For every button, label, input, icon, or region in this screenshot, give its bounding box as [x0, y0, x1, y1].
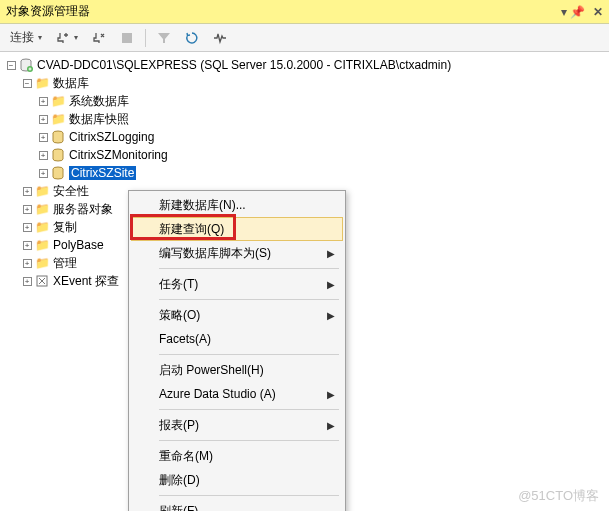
- expander-icon[interactable]: +: [23, 259, 32, 268]
- submenu-arrow-icon: ▶: [327, 389, 335, 400]
- submenu-arrow-icon: ▶: [327, 248, 335, 259]
- db-node-site[interactable]: + CitrixSZSite: [4, 164, 609, 182]
- node-label: 服务器对象: [53, 201, 113, 218]
- context-menu-item-label: 任务(T): [159, 276, 198, 293]
- pin-icon[interactable]: ▾ 📌: [561, 5, 585, 19]
- filter-button: [151, 28, 177, 48]
- context-menu-item[interactable]: Azure Data Studio (A)▶: [131, 382, 343, 406]
- expander-icon[interactable]: −: [7, 61, 16, 70]
- context-menu-separator: [159, 495, 339, 496]
- context-menu-item-label: 重命名(M): [159, 448, 213, 465]
- context-menu-item[interactable]: 重命名(M): [131, 444, 343, 468]
- context-menu-item[interactable]: 刷新(F): [131, 499, 343, 511]
- expander-icon[interactable]: +: [23, 205, 32, 214]
- context-menu-separator: [159, 409, 339, 410]
- context-menu-item-label: 刷新(F): [159, 503, 198, 512]
- folder-icon: 📁: [34, 183, 50, 199]
- folder-icon: 📁: [34, 201, 50, 217]
- context-menu-item[interactable]: Facets(A): [131, 327, 343, 351]
- expander-icon[interactable]: +: [23, 241, 32, 250]
- stop-icon: [120, 31, 134, 45]
- plug-remove-icon: [92, 31, 106, 45]
- context-menu: 新建数据库(N)...新建查询(Q)编写数据库脚本为(S)▶任务(T)▶策略(O…: [128, 190, 346, 511]
- svg-rect-0: [122, 33, 132, 43]
- context-menu-item[interactable]: 新建查询(Q): [131, 217, 343, 241]
- expander-icon[interactable]: +: [23, 223, 32, 232]
- folder-icon: 📁: [34, 255, 50, 271]
- expander-icon[interactable]: +: [23, 277, 32, 286]
- refresh-button[interactable]: [179, 28, 205, 48]
- context-menu-separator: [159, 299, 339, 300]
- node-label: 系统数据库: [69, 93, 129, 110]
- context-menu-item-label: 策略(O): [159, 307, 200, 324]
- xevent-icon: [34, 273, 50, 289]
- database-icon: [50, 147, 66, 163]
- expander-icon[interactable]: −: [23, 79, 32, 88]
- expander-icon[interactable]: +: [39, 169, 48, 178]
- context-menu-item[interactable]: 启动 PowerShell(H): [131, 358, 343, 382]
- connect-button[interactable]: 连接 ▾: [4, 26, 48, 49]
- context-menu-item[interactable]: 任务(T)▶: [131, 272, 343, 296]
- node-label: 管理: [53, 255, 77, 272]
- activity-button[interactable]: [207, 28, 233, 48]
- context-menu-item[interactable]: 策略(O)▶: [131, 303, 343, 327]
- sys-databases-node[interactable]: + 📁 系统数据库: [4, 92, 609, 110]
- context-menu-item-label: 报表(P): [159, 417, 199, 434]
- expander-icon[interactable]: +: [39, 133, 48, 142]
- context-menu-separator: [159, 440, 339, 441]
- node-label-selected: CitrixSZSite: [69, 166, 136, 180]
- context-menu-item[interactable]: 删除(D): [131, 468, 343, 492]
- connect-label: 连接: [10, 29, 34, 46]
- connect-add-button[interactable]: ▾: [50, 28, 84, 48]
- folder-icon: 📁: [34, 237, 50, 253]
- dropdown-arrow-icon: ▾: [38, 33, 42, 42]
- context-menu-item-label: 编写数据库脚本为(S): [159, 245, 271, 262]
- titlebar: 对象资源管理器 ▾ 📌 ✕: [0, 0, 609, 24]
- expander-icon[interactable]: +: [39, 115, 48, 124]
- context-menu-separator: [159, 268, 339, 269]
- node-label: CitrixSZLogging: [69, 130, 154, 144]
- toolbar: 连接 ▾ ▾: [0, 24, 609, 52]
- server-icon: [18, 57, 34, 73]
- folder-icon: 📁: [34, 75, 50, 91]
- node-label: 复制: [53, 219, 77, 236]
- submenu-arrow-icon: ▶: [327, 279, 335, 290]
- toolbar-separator: [145, 29, 146, 47]
- expander-icon[interactable]: +: [39, 151, 48, 160]
- filter-icon: [157, 31, 171, 45]
- dropdown-arrow-icon: ▾: [74, 33, 78, 42]
- server-node[interactable]: − CVAD-DDC01\SQLEXPRESS (SQL Server 15.0…: [4, 56, 609, 74]
- node-label: 数据库: [53, 75, 89, 92]
- context-menu-item-label: 删除(D): [159, 472, 200, 489]
- folder-icon: 📁: [50, 111, 66, 127]
- context-menu-item-label: Facets(A): [159, 332, 211, 346]
- node-label: PolyBase: [53, 238, 104, 252]
- server-label: CVAD-DDC01\SQLEXPRESS (SQL Server 15.0.2…: [37, 58, 451, 72]
- databases-node[interactable]: − 📁 数据库: [4, 74, 609, 92]
- close-icon[interactable]: ✕: [593, 5, 603, 19]
- db-node-monitoring[interactable]: + CitrixSZMonitoring: [4, 146, 609, 164]
- window-title: 对象资源管理器: [6, 3, 90, 20]
- context-menu-item-label: 新建数据库(N)...: [159, 197, 246, 214]
- submenu-arrow-icon: ▶: [327, 310, 335, 321]
- context-menu-item[interactable]: 新建数据库(N)...: [131, 193, 343, 217]
- expander-icon[interactable]: +: [39, 97, 48, 106]
- folder-icon: 📁: [34, 219, 50, 235]
- context-menu-item-label: 启动 PowerShell(H): [159, 362, 264, 379]
- submenu-arrow-icon: ▶: [327, 420, 335, 431]
- disconnect-button[interactable]: [86, 28, 112, 48]
- stop-button: [114, 28, 140, 48]
- context-menu-item-label: 新建查询(Q): [159, 221, 224, 238]
- context-menu-separator: [159, 354, 339, 355]
- watermark: @51CTO博客: [518, 487, 599, 505]
- snapshots-node[interactable]: + 📁 数据库快照: [4, 110, 609, 128]
- database-icon: [50, 129, 66, 145]
- node-label: 数据库快照: [69, 111, 129, 128]
- node-label: CitrixSZMonitoring: [69, 148, 168, 162]
- node-label: 安全性: [53, 183, 89, 200]
- expander-icon[interactable]: +: [23, 187, 32, 196]
- context-menu-item[interactable]: 报表(P)▶: [131, 413, 343, 437]
- db-node-logging[interactable]: + CitrixSZLogging: [4, 128, 609, 146]
- activity-icon: [213, 31, 227, 45]
- context-menu-item[interactable]: 编写数据库脚本为(S)▶: [131, 241, 343, 265]
